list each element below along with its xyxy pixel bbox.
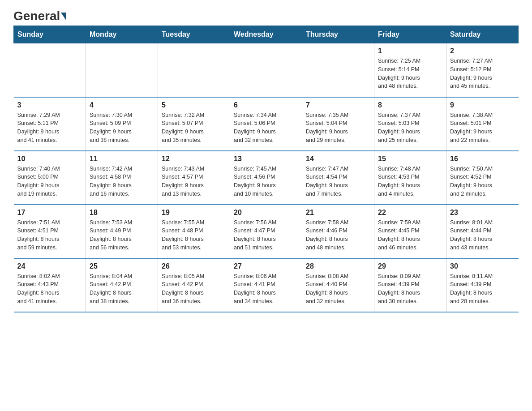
weekday-row: SundayMondayTuesdayWednesdayThursdayFrid… (14, 26, 519, 43)
weekday-header-tuesday: Tuesday (158, 26, 230, 43)
calendar-cell: 11Sunrise: 7:42 AM Sunset: 4:58 PM Dayli… (86, 151, 158, 205)
day-info: Sunrise: 7:45 AM Sunset: 4:56 PM Dayligh… (234, 165, 298, 198)
calendar-cell: 25Sunrise: 8:04 AM Sunset: 4:42 PM Dayli… (86, 258, 158, 312)
calendar-cell: 22Sunrise: 7:59 AM Sunset: 4:45 PM Dayli… (374, 205, 446, 258)
day-info: Sunrise: 7:30 AM Sunset: 5:09 PM Dayligh… (90, 111, 154, 145)
day-number: 6 (234, 101, 298, 109)
day-info: Sunrise: 7:43 AM Sunset: 4:57 PM Dayligh… (162, 165, 226, 198)
day-info: Sunrise: 8:02 AM Sunset: 4:43 PM Dayligh… (17, 272, 82, 306)
day-number: 28 (306, 262, 370, 270)
calendar-cell (302, 43, 374, 97)
day-number: 22 (378, 209, 442, 217)
calendar-cell: 9Sunrise: 7:38 AM Sunset: 5:01 PM Daylig… (446, 97, 519, 151)
day-info: Sunrise: 8:04 AM Sunset: 4:42 PM Dayligh… (90, 272, 154, 306)
calendar-cell: 6Sunrise: 7:34 AM Sunset: 5:06 PM Daylig… (230, 97, 302, 151)
calendar-cell: 4Sunrise: 7:30 AM Sunset: 5:09 PM Daylig… (86, 97, 158, 151)
day-number: 29 (378, 262, 442, 270)
day-info: Sunrise: 7:29 AM Sunset: 5:11 PM Dayligh… (17, 111, 82, 145)
day-number: 9 (450, 101, 515, 109)
calendar-cell: 7Sunrise: 7:35 AM Sunset: 5:04 PM Daylig… (302, 97, 374, 151)
calendar-cell: 1Sunrise: 7:25 AM Sunset: 5:14 PM Daylig… (374, 43, 446, 97)
weekday-header-wednesday: Wednesday (230, 26, 302, 43)
calendar-cell: 13Sunrise: 7:45 AM Sunset: 4:56 PM Dayli… (230, 151, 302, 205)
weekday-header-friday: Friday (374, 26, 446, 43)
day-info: Sunrise: 7:55 AM Sunset: 4:48 PM Dayligh… (162, 218, 226, 252)
calendar-cell: 24Sunrise: 8:02 AM Sunset: 4:43 PM Dayli… (14, 258, 86, 312)
day-info: Sunrise: 7:48 AM Sunset: 4:53 PM Dayligh… (378, 165, 442, 198)
day-info: Sunrise: 7:56 AM Sunset: 4:47 PM Dayligh… (234, 218, 298, 252)
logo-general-label: General (13, 9, 60, 23)
day-number: 15 (378, 155, 442, 163)
day-info: Sunrise: 7:25 AM Sunset: 5:14 PM Dayligh… (378, 57, 442, 90)
calendar-cell: 16Sunrise: 7:50 AM Sunset: 4:52 PM Dayli… (446, 151, 519, 205)
day-number: 11 (90, 155, 154, 163)
day-number: 18 (90, 209, 154, 217)
day-number: 1 (378, 47, 442, 55)
calendar-cell: 15Sunrise: 7:48 AM Sunset: 4:53 PM Dayli… (374, 151, 446, 205)
calendar-cell: 8Sunrise: 7:37 AM Sunset: 5:03 PM Daylig… (374, 97, 446, 151)
calendar-cell: 3Sunrise: 7:29 AM Sunset: 5:11 PM Daylig… (14, 97, 86, 151)
calendar-table: SundayMondayTuesdayWednesdayThursdayFrid… (13, 26, 519, 313)
calendar-week-row: 10Sunrise: 7:40 AM Sunset: 5:00 PM Dayli… (14, 151, 519, 205)
calendar-cell: 14Sunrise: 7:47 AM Sunset: 4:54 PM Dayli… (302, 151, 374, 205)
day-info: Sunrise: 7:34 AM Sunset: 5:06 PM Dayligh… (234, 111, 298, 145)
calendar-cell (86, 43, 158, 97)
day-info: Sunrise: 7:37 AM Sunset: 5:03 PM Dayligh… (378, 111, 442, 145)
calendar-cell: 18Sunrise: 7:53 AM Sunset: 4:49 PM Dayli… (86, 205, 158, 258)
day-number: 17 (17, 209, 82, 217)
day-info: Sunrise: 7:42 AM Sunset: 4:58 PM Dayligh… (90, 165, 154, 198)
day-number: 19 (162, 209, 226, 217)
day-number: 4 (90, 101, 154, 109)
calendar-cell: 20Sunrise: 7:56 AM Sunset: 4:47 PM Dayli… (230, 205, 302, 258)
calendar-cell: 27Sunrise: 8:06 AM Sunset: 4:41 PM Dayli… (230, 258, 302, 312)
day-number: 5 (162, 101, 226, 109)
calendar-week-row: 1Sunrise: 7:25 AM Sunset: 5:14 PM Daylig… (14, 43, 519, 97)
day-info: Sunrise: 8:08 AM Sunset: 4:40 PM Dayligh… (306, 272, 370, 306)
calendar-cell: 10Sunrise: 7:40 AM Sunset: 5:00 PM Dayli… (14, 151, 86, 205)
day-info: Sunrise: 8:11 AM Sunset: 4:39 PM Dayligh… (450, 272, 515, 306)
day-number: 8 (378, 101, 442, 109)
calendar-cell: 26Sunrise: 8:05 AM Sunset: 4:42 PM Dayli… (158, 258, 230, 312)
day-number: 26 (162, 262, 226, 270)
calendar-cell: 5Sunrise: 7:32 AM Sunset: 5:07 PM Daylig… (158, 97, 230, 151)
calendar-week-row: 3Sunrise: 7:29 AM Sunset: 5:11 PM Daylig… (14, 97, 519, 151)
calendar-week-row: 17Sunrise: 7:51 AM Sunset: 4:51 PM Dayli… (14, 205, 519, 258)
day-info: Sunrise: 8:01 AM Sunset: 4:44 PM Dayligh… (450, 218, 515, 252)
calendar-cell: 21Sunrise: 7:58 AM Sunset: 4:46 PM Dayli… (302, 205, 374, 258)
day-info: Sunrise: 7:40 AM Sunset: 5:00 PM Dayligh… (17, 165, 82, 198)
day-info: Sunrise: 7:38 AM Sunset: 5:01 PM Dayligh… (450, 111, 515, 145)
day-number: 20 (234, 209, 298, 217)
day-number: 25 (90, 262, 154, 270)
calendar-cell: 30Sunrise: 8:11 AM Sunset: 4:39 PM Dayli… (446, 258, 519, 312)
logo: General (13, 9, 66, 21)
day-info: Sunrise: 7:32 AM Sunset: 5:07 PM Dayligh… (162, 111, 226, 145)
logo-general-text: General (13, 9, 66, 23)
calendar-cell: 12Sunrise: 7:43 AM Sunset: 4:57 PM Dayli… (158, 151, 230, 205)
day-number: 14 (306, 155, 370, 163)
day-number: 16 (450, 155, 515, 163)
page-header: General (13, 9, 519, 21)
logo-arrow-icon (61, 13, 66, 21)
weekday-header-sunday: Sunday (14, 26, 86, 43)
day-number: 24 (17, 262, 82, 270)
calendar-cell: 17Sunrise: 7:51 AM Sunset: 4:51 PM Dayli… (14, 205, 86, 258)
calendar-cell: 23Sunrise: 8:01 AM Sunset: 4:44 PM Dayli… (446, 205, 519, 258)
day-info: Sunrise: 7:47 AM Sunset: 4:54 PM Dayligh… (306, 165, 370, 198)
day-number: 2 (450, 47, 515, 55)
weekday-header-saturday: Saturday (446, 26, 519, 43)
calendar-cell (158, 43, 230, 97)
calendar-cell: 29Sunrise: 8:09 AM Sunset: 4:39 PM Dayli… (374, 258, 446, 312)
calendar-week-row: 24Sunrise: 8:02 AM Sunset: 4:43 PM Dayli… (14, 258, 519, 312)
day-info: Sunrise: 7:27 AM Sunset: 5:12 PM Dayligh… (450, 57, 515, 90)
day-number: 21 (306, 209, 370, 217)
day-number: 12 (162, 155, 226, 163)
day-number: 27 (234, 262, 298, 270)
day-info: Sunrise: 8:06 AM Sunset: 4:41 PM Dayligh… (234, 272, 298, 306)
calendar-cell: 19Sunrise: 7:55 AM Sunset: 4:48 PM Dayli… (158, 205, 230, 258)
day-info: Sunrise: 7:35 AM Sunset: 5:04 PM Dayligh… (306, 111, 370, 145)
day-info: Sunrise: 7:51 AM Sunset: 4:51 PM Dayligh… (17, 218, 82, 252)
day-number: 7 (306, 101, 370, 109)
calendar-header: SundayMondayTuesdayWednesdayThursdayFrid… (14, 26, 519, 43)
day-info: Sunrise: 8:05 AM Sunset: 4:42 PM Dayligh… (162, 272, 226, 306)
calendar-cell: 28Sunrise: 8:08 AM Sunset: 4:40 PM Dayli… (302, 258, 374, 312)
